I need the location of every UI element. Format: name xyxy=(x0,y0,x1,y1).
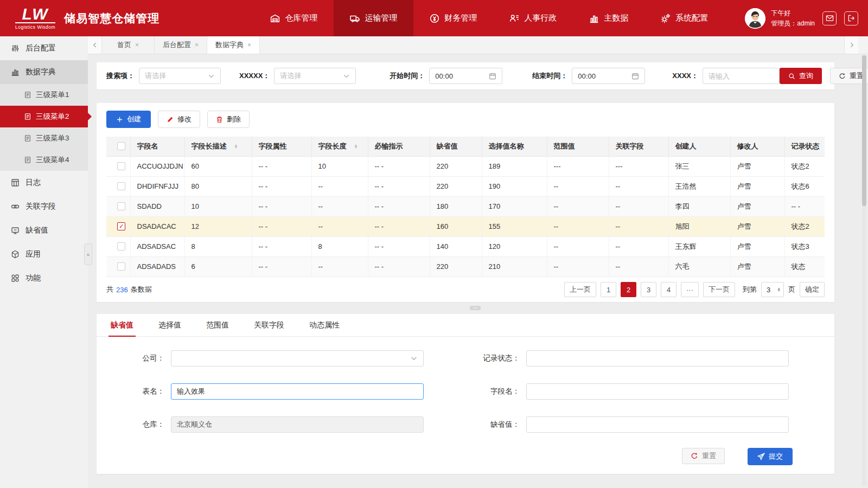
table-cell: 状态6 xyxy=(784,176,825,196)
tab-data-dictionary[interactable]: 数据字典 xyxy=(207,36,260,54)
close-icon[interactable] xyxy=(195,41,199,49)
table-row[interactable]: ADSADSAC 8 -- - 8 -- - 140 120 -- -- 王东辉… xyxy=(106,236,825,256)
sidebar-subitem-menu3[interactable]: 三级菜单3 xyxy=(0,127,88,149)
tab-scroll-right[interactable] xyxy=(844,36,858,54)
sidebar-item-data-dictionary[interactable]: 数据字典 xyxy=(0,60,88,84)
goto-confirm-button[interactable]: 确定 xyxy=(800,282,825,297)
logout-button[interactable] xyxy=(844,11,858,25)
page-button-4[interactable]: 4 xyxy=(661,282,676,297)
nav-hr[interactable]: 人事行政 xyxy=(493,0,573,36)
table-cell: 160 xyxy=(430,216,482,236)
tab-backend-config[interactable]: 后台配置 xyxy=(155,36,207,54)
button-label: 重置 xyxy=(702,451,716,461)
row-checkbox[interactable] xyxy=(117,202,125,210)
record-status-input[interactable] xyxy=(532,355,783,363)
sidebar-subitem-menu2[interactable]: 三级菜单2 xyxy=(0,106,88,127)
nav-warehouse[interactable]: 仓库管理 xyxy=(254,0,334,36)
sort-icon[interactable] xyxy=(354,144,358,149)
record-status-field: 记录状态： xyxy=(465,350,834,367)
nav-masterdata[interactable]: 主数据 xyxy=(573,0,644,36)
nav-transport[interactable]: 运输管理 xyxy=(334,0,413,36)
table-row[interactable]: SDADD 10 -- - -- -- - 180 170 -- -- 李四 卢… xyxy=(106,196,825,216)
field-name-input[interactable] xyxy=(532,388,783,396)
end-time-input[interactable]: 00:00 xyxy=(572,68,645,84)
submit-button[interactable]: 提交 xyxy=(748,448,793,465)
avatar[interactable] xyxy=(745,8,765,29)
sidebar-subitem-menu1[interactable]: 三级菜单1 xyxy=(0,84,88,106)
page-button-1[interactable]: 1 xyxy=(601,282,616,297)
goto-label: 到第 xyxy=(743,285,757,294)
search-item-select[interactable]: 请选择 xyxy=(139,68,221,84)
row-checkbox[interactable] xyxy=(117,182,125,190)
nav-sysconfig[interactable]: 系统配置 xyxy=(644,0,724,36)
tab-scroll-left[interactable] xyxy=(88,36,102,54)
table-cell: 卢雪 xyxy=(730,156,784,176)
detail-tab-range-value[interactable]: 范围值 xyxy=(204,314,231,336)
table-cell: -- - xyxy=(252,176,311,196)
table-name-input[interactable] xyxy=(177,388,418,396)
create-button[interactable]: 创建 xyxy=(106,111,151,128)
table-cell: -- xyxy=(311,196,368,216)
xxxxx-select[interactable]: 请选择 xyxy=(274,68,356,84)
table-cell: 6 xyxy=(184,256,252,277)
row-checkbox[interactable] xyxy=(117,242,125,251)
company-select[interactable] xyxy=(171,350,424,367)
page-ellipsis[interactable]: ··· xyxy=(681,282,699,297)
table-cell: 卢雪 xyxy=(730,176,784,196)
filter-xxxx-field: XXXX： xyxy=(672,68,780,84)
sidebar-item-functions[interactable]: 功能 xyxy=(0,266,88,290)
table-row[interactable]: DHDIFNFJJJ 80 -- - -- -- - 220 190 -- --… xyxy=(106,176,825,196)
goto-suffix: 页 xyxy=(788,285,795,294)
panel-resize-handle[interactable] xyxy=(470,306,481,310)
close-icon[interactable] xyxy=(247,41,251,49)
mail-button[interactable] xyxy=(822,11,837,25)
detail-tab-default-value[interactable]: 缺省值 xyxy=(108,314,136,336)
next-page-button[interactable]: 下一页 xyxy=(703,282,735,297)
prev-page-button[interactable]: 上一页 xyxy=(564,282,596,297)
detail-tab-linked-field[interactable]: 关联字段 xyxy=(252,314,286,336)
delete-button[interactable]: 删除 xyxy=(207,111,250,128)
tab-home[interactable]: 首页 xyxy=(102,36,155,54)
page-button-2-active[interactable]: 2 xyxy=(621,282,636,297)
default-value-input[interactable] xyxy=(532,421,783,429)
select-all-checkbox[interactable] xyxy=(117,142,125,150)
close-icon[interactable] xyxy=(135,41,139,49)
refresh-icon xyxy=(691,452,698,460)
xxxx-input[interactable] xyxy=(709,72,774,80)
table-name-label: 表名： xyxy=(97,387,164,396)
sidebar-item-default-values[interactable]: 缺省值 xyxy=(0,219,88,242)
table-cell: 12 xyxy=(184,216,252,236)
table-cell: DSADACAC xyxy=(130,216,184,236)
table-cell: 状态2 xyxy=(784,156,825,176)
spinner-icon[interactable] xyxy=(777,287,781,292)
scrollbar-thumb[interactable] xyxy=(862,55,866,206)
table-row[interactable]: ADSADADS 6 -- - -- -- - 220 210 -- -- 六毛… xyxy=(106,256,825,277)
column-header-sortable[interactable]: 字段长描述 xyxy=(184,137,252,156)
sort-icon[interactable] xyxy=(234,144,238,149)
query-button[interactable]: 查询 xyxy=(780,68,822,84)
edit-button[interactable]: 修改 xyxy=(158,111,200,128)
sidebar-subitem-menu4[interactable]: 三级菜单4 xyxy=(0,149,88,171)
nav-finance[interactable]: 财务管理 xyxy=(413,0,493,36)
goto-page-input[interactable]: 3 xyxy=(761,282,784,297)
sidebar-item-logs[interactable]: 日志 xyxy=(0,171,88,195)
row-checkbox-checked[interactable] xyxy=(117,222,125,230)
table-row[interactable]: ACCUOJJDJN 60 -- - 10 -- - 220 189 --- -… xyxy=(106,156,825,176)
row-checkbox[interactable] xyxy=(117,262,125,271)
sidebar-collapse-handle[interactable] xyxy=(84,243,92,265)
table-cell: -- xyxy=(609,256,668,277)
detail-reset-button[interactable]: 重置 xyxy=(682,448,725,464)
column-header-sortable[interactable]: 字段长度 xyxy=(311,137,368,156)
start-time-input[interactable]: 00:00 xyxy=(429,68,502,84)
page-button-3[interactable]: 3 xyxy=(641,282,656,297)
app-title: 储易智慧仓储管理 xyxy=(64,11,159,26)
sidebar-item-linked-fields[interactable]: 关联字段 xyxy=(0,195,88,219)
table-row-selected[interactable]: DSADACAC 12 -- - -- -- - 160 155 -- -- 旭… xyxy=(106,216,825,236)
filter-xxxx-label: XXXX： xyxy=(672,71,698,81)
row-checkbox[interactable] xyxy=(117,162,125,170)
detail-tab-dynamic-attr[interactable]: 动态属性 xyxy=(307,314,342,336)
sliders-icon xyxy=(11,44,20,53)
detail-tab-select-value[interactable]: 选择值 xyxy=(156,314,183,336)
sidebar-item-application[interactable]: 应用 xyxy=(0,242,88,266)
sidebar-item-backend-config[interactable]: 后台配置 xyxy=(0,36,88,60)
